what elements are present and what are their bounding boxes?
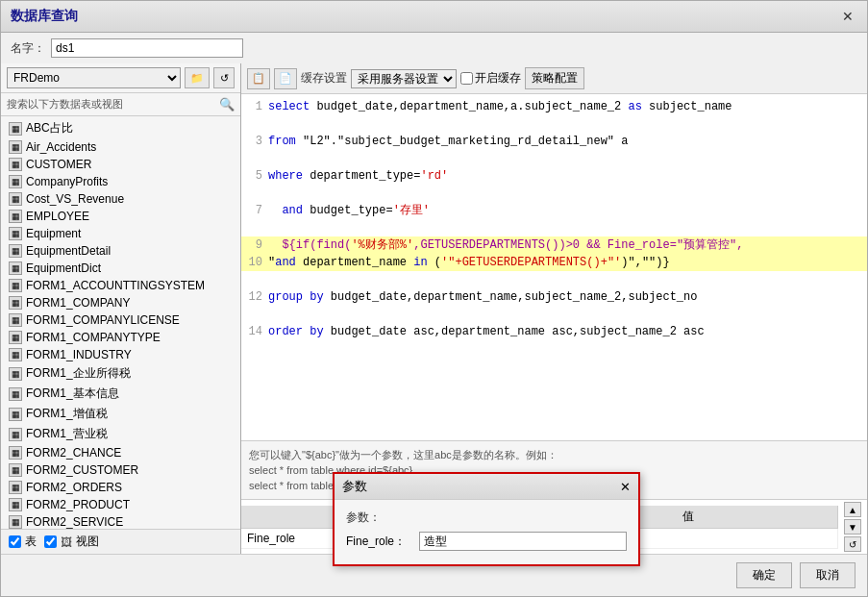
sql-line bbox=[241, 185, 867, 202]
table-list-item[interactable]: ▦EMPLOYEE bbox=[1, 208, 240, 225]
line-content bbox=[268, 185, 867, 202]
line-content: where department_type='rd' bbox=[268, 167, 867, 185]
table-list-item[interactable]: ▦Air_Accidents bbox=[1, 138, 240, 156]
search-icon[interactable]: 🔍 bbox=[219, 97, 235, 112]
table-item-icon: ▦ bbox=[9, 515, 22, 529]
line-content bbox=[268, 271, 867, 288]
table-checkbox[interactable] bbox=[9, 535, 21, 548]
sql-editor[interactable]: 1select budget_date,department_name,a.su… bbox=[241, 94, 867, 440]
view-checkbox[interactable] bbox=[44, 535, 57, 548]
line-content: and budget_type='存里' bbox=[268, 202, 867, 219]
table-item-icon: ▦ bbox=[9, 175, 22, 188]
table-item-name: FORM2_PRODUCT bbox=[26, 498, 130, 511]
table-item-icon: ▦ bbox=[9, 446, 22, 460]
table-item-icon: ▦ bbox=[9, 331, 22, 344]
param-popup-row: Fine_role： bbox=[346, 532, 627, 551]
table-item-name: FORM1_COMPANYTYPE bbox=[26, 331, 161, 344]
param-popup-input[interactable] bbox=[419, 532, 627, 551]
table-list: ▦ABC占比▦Air_Accidents▦CUSTOMER▦CompanyPro… bbox=[1, 116, 240, 529]
line-content bbox=[268, 115, 867, 133]
table-item-icon: ▦ bbox=[9, 244, 22, 258]
table-list-item[interactable]: ▦FORM2_SERVICE bbox=[1, 513, 240, 529]
cache-label: 缓存设置 bbox=[301, 70, 347, 87]
table-list-item[interactable]: ▦CUSTOMER bbox=[1, 156, 240, 173]
line-number: 10 bbox=[241, 254, 268, 271]
table-item-name: EquipmentDetail bbox=[26, 244, 111, 258]
table-list-item[interactable]: ▦FORM1_ACCOUNTTINGSYSTEM bbox=[1, 277, 240, 294]
ok-button[interactable]: 确定 bbox=[736, 562, 792, 588]
table-list-item[interactable]: ▦FORM2_CUSTOMER bbox=[1, 461, 240, 479]
table-list-item[interactable]: ▦EquipmentDetail bbox=[1, 242, 240, 260]
table-item-icon: ▦ bbox=[9, 481, 22, 494]
table-item-name: FORM2_CUSTOMER bbox=[26, 463, 138, 477]
table-item-name: FORM1_COMPANYLICENSE bbox=[26, 313, 180, 327]
line-number: 9 bbox=[241, 236, 268, 254]
sql-line bbox=[241, 219, 867, 236]
table-item-name: FORM1_营业税 bbox=[26, 426, 108, 442]
table-item-name: Air_Accidents bbox=[26, 140, 96, 154]
table-item-name: CompanyProfits bbox=[26, 175, 108, 188]
param-popup-title-text: 参数 bbox=[342, 478, 367, 495]
strategy-button[interactable]: 策略配置 bbox=[525, 67, 584, 89]
search-row: 搜索以下方数据表或视图 🔍 bbox=[1, 93, 240, 116]
db-refresh-button[interactable]: ↺ bbox=[213, 67, 235, 88]
table-list-item[interactable]: ▦ABC占比 bbox=[1, 118, 240, 138]
sql-line: 12group by budget_date,department_name,s… bbox=[241, 288, 867, 306]
db-browse-button[interactable]: 📁 bbox=[185, 67, 210, 88]
sql-line: 5where department_type='rd' bbox=[241, 167, 867, 185]
sql-line bbox=[241, 306, 867, 323]
table-item-icon: ▦ bbox=[9, 192, 22, 206]
sql-toolbar: 📋 📄 缓存设置 采用服务器设置 开启缓存 策略配置 bbox=[241, 63, 867, 94]
table-list-item[interactable]: ▦FORM1_增值税 bbox=[1, 404, 240, 424]
param-refresh-button[interactable]: ↺ bbox=[844, 536, 861, 552]
cache-select[interactable]: 采用服务器设置 bbox=[351, 69, 457, 88]
table-list-item[interactable]: ▦FORM1_COMPANYLICENSE bbox=[1, 311, 240, 329]
line-number: 14 bbox=[241, 323, 268, 340]
name-input[interactable] bbox=[51, 38, 243, 58]
table-list-item[interactable]: ▦FORM2_ORDERS bbox=[1, 479, 240, 496]
table-list-item[interactable]: ▦FORM2_CHANCE bbox=[1, 444, 240, 461]
db-select[interactable]: FRDemo bbox=[7, 67, 181, 88]
sql-copy-button[interactable]: 📋 bbox=[247, 68, 270, 89]
table-item-name: FORM2_SERVICE bbox=[26, 515, 123, 529]
param-down-button[interactable]: ▼ bbox=[844, 519, 861, 535]
table-list-item[interactable]: ▦Cost_VS_Revenue bbox=[1, 190, 240, 208]
view-label: 视图 bbox=[76, 534, 99, 550]
open-cache-checkbox[interactable] bbox=[460, 72, 473, 85]
line-content: group by budget_date,department_name,sub… bbox=[268, 288, 867, 306]
table-list-item[interactable]: ▦FORM1_基本信息 bbox=[1, 384, 240, 404]
param-arrows: ▲ ▼ ↺ bbox=[838, 500, 867, 554]
table-item-name: Equipment bbox=[26, 227, 81, 240]
table-list-item[interactable]: ▦FORM1_COMPANYTYPE bbox=[1, 329, 240, 346]
table-list-item[interactable]: ▦FORM1_营业税 bbox=[1, 424, 240, 444]
name-label: 名字： bbox=[11, 40, 45, 57]
line-number: 7 bbox=[241, 202, 268, 219]
db-toolbar: FRDemo 📁 ↺ bbox=[1, 63, 240, 93]
param-up-button[interactable]: ▲ bbox=[844, 502, 861, 517]
table-list-item[interactable]: ▦Equipment bbox=[1, 225, 240, 242]
table-item-icon: ▦ bbox=[9, 122, 22, 136]
sql-line: 3from "L2"."subject_budget_marketing_rd_… bbox=[241, 133, 867, 150]
table-item-icon: ▦ bbox=[9, 296, 22, 310]
table-checkbox-group: 表 bbox=[9, 534, 37, 550]
cancel-button[interactable]: 取消 bbox=[800, 562, 856, 588]
table-list-item[interactable]: ▦FORM1_企业所得税 bbox=[1, 363, 240, 384]
table-list-item[interactable]: ▦CompanyProfits bbox=[1, 173, 240, 190]
close-icon[interactable]: ✕ bbox=[838, 7, 857, 26]
search-label: 搜索以下方数据表或视图 bbox=[7, 97, 215, 112]
table-item-icon: ▦ bbox=[9, 387, 22, 401]
table-item-icon: ▦ bbox=[9, 367, 22, 381]
table-list-item[interactable]: ▦EquipmentDict bbox=[1, 260, 240, 277]
table-item-icon: ▦ bbox=[9, 210, 22, 223]
sql-paste-button[interactable]: 📄 bbox=[274, 68, 297, 89]
table-item-icon: ▦ bbox=[9, 463, 22, 477]
table-list-item[interactable]: ▦FORM2_PRODUCT bbox=[1, 496, 240, 513]
param-popup-key: Fine_role： bbox=[346, 534, 413, 550]
table-list-item[interactable]: ▦FORM1_COMPANY bbox=[1, 294, 240, 311]
line-content: "and department_name in ('"+GETUSERDEPAR… bbox=[268, 254, 867, 271]
param-popup-body: 参数： Fine_role： bbox=[335, 500, 638, 564]
sql-line: 14order by budget_date asc,department_na… bbox=[241, 323, 867, 340]
param-popup-close-icon[interactable]: ✕ bbox=[620, 480, 631, 494]
open-cache-group: 开启缓存 bbox=[460, 70, 521, 87]
table-list-item[interactable]: ▦FORM1_INDUSTRY bbox=[1, 346, 240, 363]
